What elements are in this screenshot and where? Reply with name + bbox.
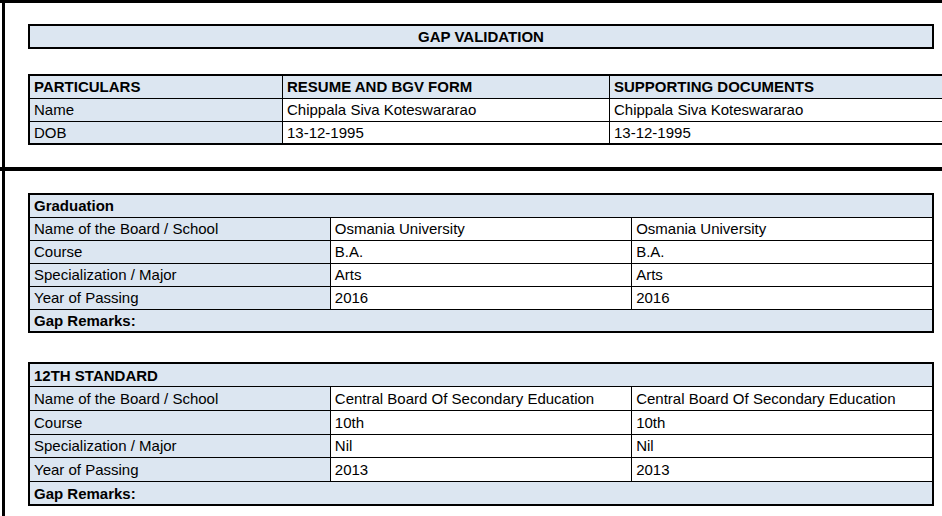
row-label-dob: DOB xyxy=(29,121,283,144)
year-supporting-value: 2016 xyxy=(632,286,933,309)
board-supporting-value: Central Board Of Secondary Education xyxy=(632,387,933,411)
table-row-year: Year of Passing 2016 2016 xyxy=(29,286,933,309)
twelfth-standard-table: 12TH STANDARD Name of the Board / School… xyxy=(28,362,934,506)
row-label-specialization: Specialization / Major xyxy=(29,434,330,458)
specialization-supporting-value: Nil xyxy=(632,434,933,458)
row-label-course: Course xyxy=(29,240,330,263)
table-row-course: Course B.A. B.A. xyxy=(29,240,933,263)
board-supporting-value: Osmania University xyxy=(632,217,933,240)
column-header-resume-bgv: RESUME AND BGV FORM xyxy=(283,75,610,98)
gap-remarks-label: Gap Remarks: xyxy=(29,481,933,505)
table-row-board: Name of the Board / School Central Board… xyxy=(29,387,933,411)
particulars-table: PARTICULARS RESUME AND BGV FORM SUPPORTI… xyxy=(28,74,942,145)
section-divider xyxy=(0,167,942,171)
course-resume-value: 10th xyxy=(330,410,631,434)
row-label-year: Year of Passing xyxy=(29,458,330,482)
specialization-supporting-value: Arts xyxy=(632,263,933,286)
specialization-resume-value: Nil xyxy=(330,434,631,458)
row-label-year: Year of Passing xyxy=(29,286,330,309)
gap-remarks-row: Gap Remarks: xyxy=(29,309,933,332)
outer-border-left xyxy=(2,0,5,516)
section-title-row: Graduation xyxy=(29,194,933,217)
course-supporting-value: B.A. xyxy=(632,240,933,263)
gap-validation-document: { "page": { "title": "GAP VALIDATION" },… xyxy=(0,0,942,516)
year-supporting-value: 2013 xyxy=(632,458,933,482)
row-label-board: Name of the Board / School xyxy=(29,387,330,411)
course-supporting-value: 10th xyxy=(632,410,933,434)
table-row-course: Course 10th 10th xyxy=(29,410,933,434)
specialization-resume-value: Arts xyxy=(330,263,631,286)
gap-remarks-label: Gap Remarks: xyxy=(29,309,933,332)
section-title-12th-standard: 12TH STANDARD xyxy=(29,363,933,387)
table-row-specialization: Specialization / Major Nil Nil xyxy=(29,434,933,458)
board-resume-value: Central Board Of Secondary Education xyxy=(330,387,631,411)
name-supporting-value: Chippala Siva Koteswararao xyxy=(610,98,942,121)
gap-remarks-row: Gap Remarks: xyxy=(29,481,933,505)
row-label-course: Course xyxy=(29,410,330,434)
column-header-particulars: PARTICULARS xyxy=(29,75,283,98)
page-title: GAP VALIDATION xyxy=(28,24,934,49)
table-row-name: Name Chippala Siva Koteswararao Chippala… xyxy=(29,98,942,121)
graduation-table: Graduation Name of the Board / School Os… xyxy=(28,193,934,333)
row-label-board: Name of the Board / School xyxy=(29,217,330,240)
table-row-specialization: Specialization / Major Arts Arts xyxy=(29,263,933,286)
section-title-graduation: Graduation xyxy=(29,194,933,217)
dob-resume-value: 13-12-1995 xyxy=(283,121,610,144)
year-resume-value: 2016 xyxy=(330,286,631,309)
year-resume-value: 2013 xyxy=(330,458,631,482)
column-header-supporting-documents: SUPPORTING DOCUMENTS xyxy=(610,75,942,98)
section-title-row: 12TH STANDARD xyxy=(29,363,933,387)
table-header-row: PARTICULARS RESUME AND BGV FORM SUPPORTI… xyxy=(29,75,942,98)
table-row-year: Year of Passing 2013 2013 xyxy=(29,458,933,482)
table-row-dob: DOB 13-12-1995 13-12-1995 xyxy=(29,121,942,144)
outer-border-top xyxy=(0,0,942,3)
row-label-specialization: Specialization / Major xyxy=(29,263,330,286)
table-row-board: Name of the Board / School Osmania Unive… xyxy=(29,217,933,240)
row-label-name: Name xyxy=(29,98,283,121)
course-resume-value: B.A. xyxy=(330,240,631,263)
dob-supporting-value: 13-12-1995 xyxy=(610,121,942,144)
board-resume-value: Osmania University xyxy=(330,217,631,240)
name-resume-value: Chippala Siva Koteswararao xyxy=(283,98,610,121)
